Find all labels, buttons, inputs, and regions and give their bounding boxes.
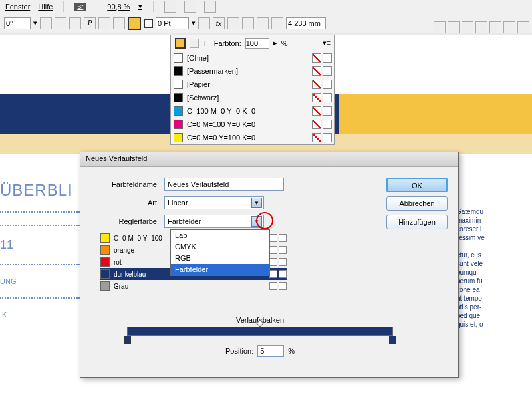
icon[interactable] xyxy=(489,21,501,33)
stop-color-dropdown[interactable]: LabCMYKRGBFarbfelder xyxy=(170,229,270,276)
swatch-name-input[interactable] xyxy=(164,178,284,191)
p-icon[interactable]: P xyxy=(84,17,96,29)
icon[interactable] xyxy=(448,21,460,33)
flip-v-icon[interactable] xyxy=(55,17,66,29)
measure-input[interactable] xyxy=(286,17,326,29)
color-type-icon xyxy=(279,246,287,254)
dropdown-option[interactable]: Farbfelder xyxy=(171,264,269,275)
stroke-weight-input[interactable] xyxy=(156,17,189,29)
swatch-chip xyxy=(174,120,183,129)
color-chip xyxy=(100,233,110,243)
chevron-down-icon: ▼ xyxy=(251,198,262,208)
view-mode-icon[interactable] xyxy=(164,1,176,13)
position-label: Position: xyxy=(225,347,253,355)
stop-color-select[interactable]: Farbfelder▼ xyxy=(164,215,264,228)
dialog-body: Farbfeldname: Art: Linear▼ Reglerfarbe: … xyxy=(80,167,458,377)
swatch-row[interactable]: C=100 M=0 Y=0 K=0 xyxy=(171,104,334,118)
swatch-chip xyxy=(174,66,183,76)
swatch-row[interactable]: [Schwarz] xyxy=(171,91,334,104)
type-label: Art: xyxy=(91,199,164,207)
swatch-name: C=100 M=0 Y=0 K=0 xyxy=(187,107,308,115)
none-icon xyxy=(312,120,321,129)
tint-input[interactable] xyxy=(245,38,269,49)
zoom-level[interactable]: 90,8 % xyxy=(107,3,130,11)
fill-color[interactable] xyxy=(128,17,141,30)
fx-icon[interactable]: fx xyxy=(213,17,225,29)
chevron-down-icon: ▼ xyxy=(251,216,262,227)
dropdown-option[interactable]: CMYK xyxy=(171,241,269,253)
swatch-list[interactable]: [Ohne][Passermarken][Papier][Schwarz]C=1… xyxy=(171,51,334,144)
ok-button[interactable]: OK xyxy=(386,178,448,192)
fill-proxy[interactable] xyxy=(175,38,186,49)
menu-fenster[interactable]: Fenster xyxy=(5,3,30,11)
color-type-icon xyxy=(323,120,332,129)
color-type-icon xyxy=(323,80,332,89)
stroke-color[interactable] xyxy=(144,19,153,28)
link-icon[interactable] xyxy=(113,17,125,29)
dropdown-arrow-icon[interactable]: ▾ xyxy=(138,2,142,11)
swatch-row[interactable]: [Ohne] xyxy=(171,51,334,65)
stop-color-label: Reglerfarbe: xyxy=(91,217,164,225)
type-select[interactable]: Linear▼ xyxy=(164,196,264,209)
arrange-icon[interactable] xyxy=(204,1,216,13)
type-icon[interactable]: T xyxy=(203,39,207,47)
select-icon[interactable] xyxy=(98,17,110,29)
color-mode-icon xyxy=(269,282,277,290)
gradient-stop-left[interactable] xyxy=(124,336,131,344)
none-icon xyxy=(312,80,321,89)
color-type-icon xyxy=(279,282,287,290)
swatches-panel: T Farbton: ▸ % ▾≡ [Ohne][Passermarken][P… xyxy=(170,35,335,145)
panel-menu-icon[interactable]: ▾≡ xyxy=(323,39,331,47)
menu-hilfe[interactable]: Hilfe xyxy=(38,3,53,11)
color-type-icon xyxy=(279,258,287,266)
icon[interactable] xyxy=(462,21,473,33)
screen-mode-icon[interactable] xyxy=(184,1,196,13)
rotate-icon[interactable] xyxy=(69,17,81,29)
bridge-icon[interactable]: Br xyxy=(74,3,86,11)
gradient-ramp[interactable] xyxy=(127,327,393,336)
flip-h-icon[interactable] xyxy=(40,17,52,29)
swatch-name: [Papier] xyxy=(187,80,308,88)
dropdown-option[interactable]: RGB xyxy=(171,253,269,264)
pct-label: % xyxy=(281,39,288,47)
dropdown-arrow-icon[interactable]: ▾ xyxy=(33,19,37,27)
swatch-chip xyxy=(174,53,183,63)
frame-icon[interactable] xyxy=(257,17,269,29)
lorem-col2: Gatemqu maximin coreser i ressim ve etur… xyxy=(456,207,529,329)
none-icon xyxy=(312,66,321,76)
effects-icon[interactable] xyxy=(198,17,210,29)
swatch-row[interactable]: C=0 M=100 Y=0 K=0 xyxy=(171,118,334,131)
swatch-row[interactable]: C=0 M=0 Y=100 K=0 xyxy=(171,131,334,144)
icon[interactable] xyxy=(517,21,529,33)
rotation-input[interactable] xyxy=(4,17,31,29)
none-icon xyxy=(312,93,321,102)
color-chip xyxy=(100,245,110,255)
gradient-stop-right[interactable] xyxy=(389,336,396,344)
swatch-name-label: Farbfeldname: xyxy=(91,180,164,188)
icon[interactable] xyxy=(434,21,446,33)
position-input[interactable] xyxy=(257,345,284,357)
fit-icon[interactable] xyxy=(271,17,283,29)
add-button[interactable]: Hinzufügen xyxy=(386,215,448,229)
cancel-button[interactable]: Abbrechen xyxy=(386,196,448,211)
wrap-icon[interactable] xyxy=(242,17,254,29)
dropdown-arrow-icon[interactable]: ▾ xyxy=(192,19,196,27)
swatch-chip xyxy=(174,106,183,116)
pct-label: % xyxy=(288,347,295,355)
right-toolbar xyxy=(434,21,529,33)
dotted-line xyxy=(0,225,80,226)
swatch-row[interactable]: [Papier] xyxy=(171,78,334,91)
icon[interactable] xyxy=(503,21,515,33)
swatch-name: C=0 M=100 Y=0 K=0 xyxy=(187,120,308,128)
icon[interactable] xyxy=(475,21,487,33)
color-type-icon xyxy=(323,106,332,116)
swatch-row[interactable]: [Passermarken] xyxy=(171,65,334,78)
swatch-chip xyxy=(174,93,183,102)
tint-arrow[interactable]: ▸ xyxy=(273,39,277,47)
formatting-icon[interactable] xyxy=(190,39,199,48)
dropdown-option[interactable]: Lab xyxy=(171,230,269,241)
color-row[interactable]: Grau xyxy=(100,280,287,292)
align-icon[interactable] xyxy=(227,17,239,29)
dotted-line xyxy=(0,297,80,299)
color-mode-icon xyxy=(269,258,277,266)
